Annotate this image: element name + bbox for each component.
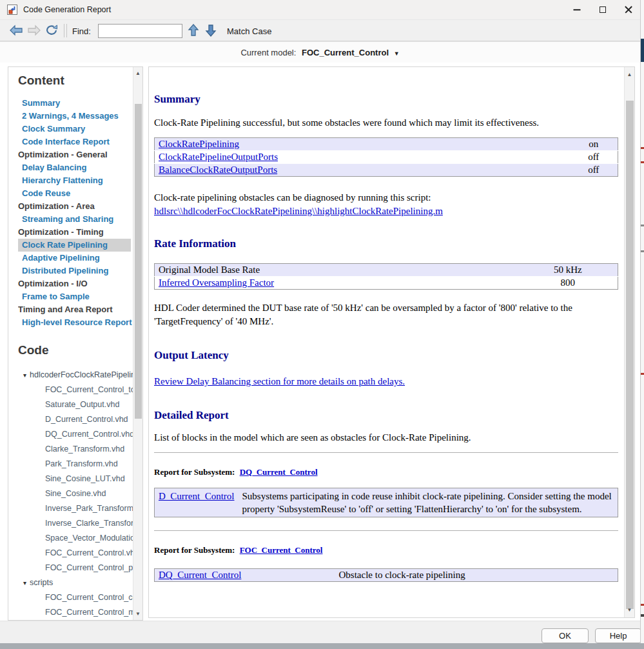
sidebar-item-summary[interactable]: Summary bbox=[18, 97, 133, 110]
model-dropdown-caret-icon[interactable]: ▼ bbox=[394, 50, 400, 57]
tree-expanded-icon[interactable]: ▾ bbox=[23, 579, 26, 586]
dq-current-control-link[interactable]: DQ_Current_Control bbox=[159, 570, 241, 580]
sidebar-item-code-reuse[interactable]: Code Reuse bbox=[18, 187, 133, 200]
footer-bar: OK Help bbox=[0, 621, 640, 643]
minimize-icon bbox=[574, 9, 581, 10]
balanceclockrateoutputports-link[interactable]: BalanceClockRateOutputPorts bbox=[159, 165, 277, 175]
tree-file[interactable]: Saturate_Output.vhd bbox=[18, 397, 133, 412]
obstacle-message: Obstacle to clock-rate pipelining bbox=[335, 569, 618, 582]
sidebar-item-distributed-pipelining[interactable]: Distributed Pipelining bbox=[18, 265, 133, 277]
rate-row-value: 800 bbox=[518, 277, 618, 290]
table-row: ClockRatePipelineOutputPorts off bbox=[155, 151, 618, 164]
pipelining-settings-table: ClockRatePipelining on ClockRatePipeline… bbox=[154, 137, 618, 177]
tree-file[interactable]: Park_Transform.vhd bbox=[18, 457, 133, 472]
background-marker bbox=[641, 250, 644, 252]
setting-value: on bbox=[570, 138, 618, 151]
rate-row-value: 50 kHz bbox=[518, 264, 618, 277]
delay-balancing-section-link[interactable]: Review Delay Balancing section for more … bbox=[154, 376, 405, 386]
tree-file[interactable]: FOC_Current_Control_tc.vh bbox=[18, 383, 133, 397]
subsystem-obstacles-table: DQ_Current_Control Obstacle to clock-rat… bbox=[154, 568, 618, 582]
sidebar-item-code-interface-report[interactable]: Code Interface Report bbox=[18, 135, 133, 148]
report-scrollbar[interactable]: ▲ ▼ bbox=[624, 67, 634, 617]
sidebar-item-streaming-and-sharing[interactable]: Streaming and Sharing bbox=[18, 213, 133, 226]
table-row: DQ_Current_Control Obstacle to clock-rat… bbox=[155, 569, 618, 582]
tree-folder-hdlsrc[interactable]: ▾hdlcoderFocClockRatePipelin bbox=[18, 368, 133, 383]
scroll-down-icon[interactable]: ▼ bbox=[133, 609, 142, 619]
find-label: Find: bbox=[72, 26, 91, 36]
scroll-up-icon[interactable]: ▲ bbox=[133, 68, 142, 78]
section-divider bbox=[154, 452, 618, 453]
sidebar-scrollbar-thumb[interactable] bbox=[135, 104, 142, 419]
tree-file[interactable]: Inverse_Clarke_Transform. bbox=[18, 516, 133, 531]
sidebar-item-clock-rate-pipelining[interactable]: Clock Rate Pipelining bbox=[18, 239, 131, 252]
sidebar-section-optimization-timing: Optimization - Timing bbox=[18, 226, 133, 239]
subsystem-dq-current-control-link[interactable]: DQ_Current_Control bbox=[240, 467, 318, 477]
tree-file[interactable]: FOC_Current_Control.vhd bbox=[18, 546, 133, 561]
sidebar-item-clock-summary[interactable]: Clock Summary bbox=[18, 123, 133, 135]
minimize-button[interactable] bbox=[563, 0, 591, 19]
scroll-up-icon[interactable]: ▲ bbox=[625, 70, 634, 79]
clockratepipelining-link[interactable]: ClockRatePipelining bbox=[159, 139, 239, 149]
ok-button[interactable]: OK bbox=[542, 628, 589, 643]
background-window-sliver bbox=[640, 0, 644, 643]
match-case-toggle[interactable]: Match Case bbox=[227, 26, 271, 36]
sidebar-section-optimization-area: Optimization - Area bbox=[18, 200, 133, 213]
tree-file[interactable]: Inverse_Park_Transform.vh bbox=[18, 501, 133, 516]
background-marker bbox=[641, 147, 644, 149]
tree-file[interactable]: FOC_Current_Control_mar bbox=[18, 605, 133, 620]
output-latency-heading: Output Latency bbox=[154, 349, 618, 362]
find-previous-button[interactable] bbox=[188, 23, 199, 40]
sidebar-item-frame-to-sample[interactable]: Frame to Sample bbox=[18, 290, 133, 303]
tree-expanded-icon[interactable]: ▾ bbox=[23, 372, 26, 379]
forward-button[interactable] bbox=[27, 25, 41, 39]
inferred-oversampling-factor-link[interactable]: Inferred Oversampling Factor bbox=[159, 277, 274, 288]
highlight-script-link[interactable]: hdlsrc\\hdlcoderFocClockRatePipelining\\… bbox=[154, 206, 443, 216]
maximize-button[interactable] bbox=[589, 0, 617, 19]
help-button[interactable]: Help bbox=[595, 628, 641, 643]
summary-intro: Clock-Rate Pipelining successful, but so… bbox=[154, 117, 618, 128]
tree-file[interactable]: DQ_Current_Control.vhd bbox=[18, 427, 133, 442]
tree-file[interactable]: Space_Vector_Modulation bbox=[18, 531, 133, 546]
background-bottom-edge bbox=[0, 643, 644, 649]
tree-file[interactable]: D_Current_Control.vhd bbox=[18, 412, 133, 427]
sidebar-item-delay-balancing[interactable]: Delay Balancing bbox=[18, 161, 133, 174]
tree-file[interactable]: Clarke_Transform.vhd bbox=[18, 442, 133, 457]
table-row: D_Current_Control Subsystems participati… bbox=[155, 488, 618, 517]
back-button[interactable] bbox=[9, 25, 23, 39]
refresh-button[interactable] bbox=[45, 25, 59, 39]
tree-file[interactable]: FOC_Current_Control_com bbox=[18, 590, 133, 605]
find-input[interactable] bbox=[98, 24, 182, 38]
close-icon bbox=[625, 6, 632, 14]
subsystem-foc-current-control-link[interactable]: FOC_Current_Control bbox=[240, 545, 323, 555]
rate-row-label: Original Model Base Rate bbox=[155, 264, 518, 277]
table-row: Inferred Oversampling Factor 800 bbox=[155, 277, 618, 290]
find-next-button[interactable] bbox=[205, 23, 217, 40]
sidebar-item-adaptive-pipelining[interactable]: Adaptive Pipelining bbox=[18, 252, 133, 265]
detailed-report-intro: List of blocks in the model which are se… bbox=[154, 432, 618, 443]
sidebar-scrollbar[interactable]: ▲ ▼ bbox=[133, 67, 142, 620]
current-model-selector[interactable]: FOC_Current_Control bbox=[302, 48, 389, 57]
close-button[interactable] bbox=[614, 0, 643, 19]
summary-heading: Summary bbox=[154, 93, 618, 106]
clockratepipelineoutputports-link[interactable]: ClockRatePipelineOutputPorts bbox=[159, 152, 278, 162]
current-model-bar: Current model: FOC_Current_Control ▼ bbox=[0, 41, 640, 63]
tree-folder-scripts[interactable]: ▾scripts bbox=[18, 575, 133, 590]
sidebar-item-hierarchy-flattening[interactable]: Hierarchy Flattening bbox=[18, 174, 133, 187]
sidebar-item-warnings-messages[interactable]: 2 Warnings, 4 Messages bbox=[18, 110, 133, 123]
table-row: ClockRatePipelining on bbox=[155, 138, 618, 151]
table-row: Original Model Base Rate 50 kHz bbox=[155, 264, 618, 277]
background-marker bbox=[641, 614, 644, 617]
code-generation-report-window: Code Generation Report Find: Match Case bbox=[0, 0, 644, 649]
report-scrollbar-thumb[interactable] bbox=[626, 101, 634, 609]
d-current-control-link[interactable]: D_Current_Control bbox=[159, 491, 235, 501]
report-app-icon bbox=[7, 5, 17, 15]
background-marker bbox=[641, 373, 644, 375]
sidebar-item-high-level-resource-report[interactable]: High-level Resource Report bbox=[18, 316, 133, 329]
obstacle-message: Subsystems participating in code reuse i… bbox=[239, 488, 618, 517]
subsystem-obstacles-table: D_Current_Control Subsystems participati… bbox=[154, 488, 618, 517]
scroll-down-icon[interactable]: ▼ bbox=[625, 605, 634, 615]
tree-file[interactable]: Sine_Cosine_LUT.vhd bbox=[18, 472, 133, 486]
background-marker bbox=[641, 161, 644, 163]
tree-file[interactable]: FOC_Current_Control_pkg bbox=[18, 561, 133, 575]
tree-file[interactable]: Sine_Cosine.vhd bbox=[18, 486, 133, 501]
